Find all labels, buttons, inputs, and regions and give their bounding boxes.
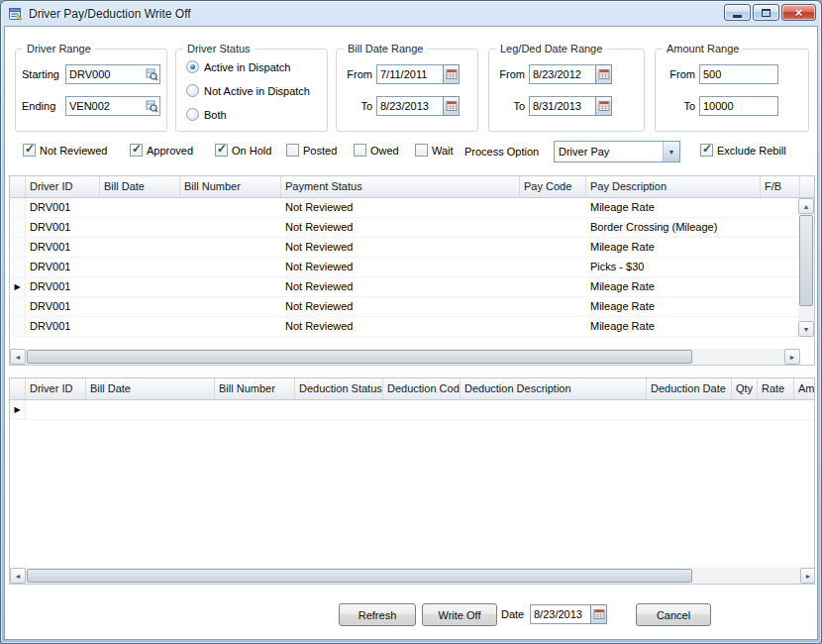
cell-driver-id[interactable]: DRV001 bbox=[26, 198, 100, 217]
cell-payment-status[interactable]: Not Reviewed bbox=[281, 258, 520, 276]
cell-bill-number[interactable] bbox=[180, 317, 281, 336]
grid-row[interactable]: DRV001Not ReviewedPicks - $30 bbox=[10, 258, 800, 277]
column-header-bill-date[interactable]: Bill Date bbox=[86, 378, 215, 399]
cell-bill-number[interactable] bbox=[215, 400, 295, 419]
combo-dropdown-button[interactable]: ▼ bbox=[663, 142, 679, 161]
column-header-driver-id[interactable]: Driver ID bbox=[26, 378, 86, 399]
scroll-up-button[interactable]: ▲ bbox=[798, 198, 814, 214]
scroll-right-button[interactable]: ► bbox=[784, 349, 800, 365]
grid-row[interactable]: DRV001Not ReviewedMileage Rate bbox=[10, 317, 800, 337]
row-selector[interactable] bbox=[10, 238, 26, 257]
cell-pay-description[interactable]: Mileage Rate bbox=[586, 238, 761, 257]
cell-bill-date[interactable] bbox=[100, 238, 180, 257]
row-selector[interactable] bbox=[10, 258, 26, 276]
cell-bill-date[interactable] bbox=[100, 277, 180, 296]
column-header-rate[interactable]: Rate bbox=[758, 378, 794, 399]
grid-row[interactable]: DRV001Not ReviewedBorder Crossing (Milea… bbox=[10, 218, 800, 238]
cell-driver-id[interactable]: DRV001 bbox=[26, 317, 100, 336]
bill-date-from-input[interactable] bbox=[376, 64, 444, 84]
cell-deduction-status[interactable] bbox=[295, 400, 383, 419]
cell-f-b[interactable] bbox=[761, 238, 800, 257]
checkbox-not-reviewed[interactable]: Not Reviewed bbox=[23, 143, 107, 158]
cell-pay-code[interactable] bbox=[520, 317, 586, 336]
cell-pay-description[interactable]: Mileage Rate bbox=[586, 317, 761, 336]
checkbox-icon[interactable] bbox=[286, 144, 299, 157]
cell-pay-description[interactable]: Mileage Rate bbox=[586, 297, 761, 316]
scroll-thumb[interactable] bbox=[27, 569, 692, 583]
lookup-icon[interactable] bbox=[144, 100, 159, 113]
column-header-f-b[interactable]: F/B bbox=[761, 176, 800, 197]
checkbox-icon[interactable] bbox=[354, 144, 366, 157]
cell-payment-status[interactable]: Not Reviewed bbox=[281, 218, 520, 237]
cell-bill-number[interactable] bbox=[180, 198, 281, 217]
scroll-left-button[interactable]: ◄ bbox=[10, 349, 26, 365]
cell-bill-date[interactable] bbox=[100, 297, 180, 316]
deduction-grid-hscrollbar[interactable]: ◄ ► bbox=[10, 568, 815, 584]
column-header-amount[interactable]: Amount bbox=[794, 378, 814, 399]
cell-f-b[interactable] bbox=[761, 258, 800, 276]
process-option-select[interactable]: Driver Pay ▼ bbox=[554, 141, 680, 162]
checkbox-approved[interactable]: Approved bbox=[130, 143, 193, 158]
radio-icon[interactable] bbox=[186, 84, 199, 97]
grid-row[interactable]: ▶DRV001Not ReviewedMileage Rate bbox=[10, 277, 800, 297]
cell-driver-id[interactable]: DRV001 bbox=[26, 258, 100, 276]
checkbox-owed[interactable]: Owed bbox=[354, 143, 399, 158]
cell-bill-number[interactable] bbox=[180, 238, 281, 257]
radio-both[interactable]: Both bbox=[186, 107, 310, 122]
checkbox-icon[interactable] bbox=[130, 144, 143, 157]
grid-row[interactable]: DRV001Not ReviewedMileage Rate bbox=[10, 297, 800, 317]
current-row-indicator[interactable]: ▶ bbox=[10, 400, 26, 419]
scroll-thumb[interactable] bbox=[27, 350, 692, 364]
cell-bill-number[interactable] bbox=[180, 218, 281, 237]
cell-f-b[interactable] bbox=[761, 317, 800, 336]
scroll-down-button[interactable]: ▼ bbox=[798, 321, 814, 337]
checkbox-icon[interactable] bbox=[700, 144, 713, 157]
cell-bill-number[interactable] bbox=[180, 277, 281, 296]
grid-row[interactable]: ▶ bbox=[10, 400, 815, 420]
row-selector[interactable] bbox=[10, 218, 26, 237]
column-header-payment-status[interactable]: Payment Status bbox=[281, 176, 520, 197]
cell-pay-code[interactable] bbox=[520, 218, 586, 237]
cell-qty[interactable] bbox=[732, 400, 758, 419]
amount-from-input[interactable] bbox=[699, 64, 778, 84]
cell-pay-description[interactable]: Border Crossing (Mileage) bbox=[586, 218, 761, 237]
checkbox-icon[interactable] bbox=[215, 144, 228, 157]
column-header-qty[interactable]: Qty bbox=[732, 378, 758, 399]
close-button[interactable]: × bbox=[781, 4, 816, 21]
bill-date-to-input[interactable] bbox=[376, 96, 444, 116]
radio-icon[interactable] bbox=[186, 108, 199, 121]
scroll-right-button[interactable]: ► bbox=[800, 568, 815, 584]
cell-pay-description[interactable]: Mileage Rate bbox=[586, 198, 761, 217]
checkbox-icon[interactable] bbox=[23, 144, 36, 157]
cell-pay-code[interactable] bbox=[520, 238, 586, 257]
radio-active-in-dispatch[interactable]: Active in Dispatch bbox=[186, 59, 310, 74]
cell-bill-number[interactable] bbox=[180, 258, 281, 276]
column-header-driver-id[interactable]: Driver ID bbox=[26, 176, 100, 197]
cell-deduction-date[interactable] bbox=[647, 400, 732, 419]
calendar-button[interactable] bbox=[443, 96, 460, 116]
column-header-deduction-code[interactable]: Deduction Code bbox=[383, 378, 461, 399]
scroll-left-button[interactable]: ◄ bbox=[10, 568, 26, 584]
row-selector[interactable] bbox=[10, 198, 26, 217]
cell-pay-code[interactable] bbox=[520, 297, 586, 316]
checkbox-exclude-rebill[interactable]: Exclude Rebill bbox=[700, 143, 786, 158]
lookup-icon[interactable] bbox=[144, 68, 159, 81]
cell-f-b[interactable] bbox=[761, 277, 800, 296]
column-header-deduction-description[interactable]: Deduction Description bbox=[461, 378, 647, 399]
cell-payment-status[interactable]: Not Reviewed bbox=[281, 198, 520, 217]
column-header-deduction-status[interactable]: Deduction Status bbox=[295, 378, 383, 399]
row-selector[interactable] bbox=[10, 297, 26, 316]
column-header-bill-date[interactable]: Bill Date bbox=[100, 176, 180, 197]
cell-payment-status[interactable]: Not Reviewed bbox=[281, 277, 520, 296]
cell-driver-id[interactable]: DRV001 bbox=[26, 277, 100, 296]
refresh-button[interactable]: Refresh bbox=[339, 603, 416, 626]
checkbox-icon[interactable] bbox=[415, 144, 428, 157]
amount-to-input[interactable] bbox=[699, 96, 778, 116]
cell-bill-number[interactable] bbox=[180, 297, 281, 316]
cell-bill-date[interactable] bbox=[100, 198, 180, 217]
cell-payment-status[interactable]: Not Reviewed bbox=[281, 238, 520, 257]
cell-driver-id[interactable]: DRV001 bbox=[26, 238, 100, 257]
cell-bill-date[interactable] bbox=[100, 218, 180, 237]
maximize-button[interactable] bbox=[753, 4, 779, 21]
cell-driver-id[interactable] bbox=[26, 400, 86, 419]
